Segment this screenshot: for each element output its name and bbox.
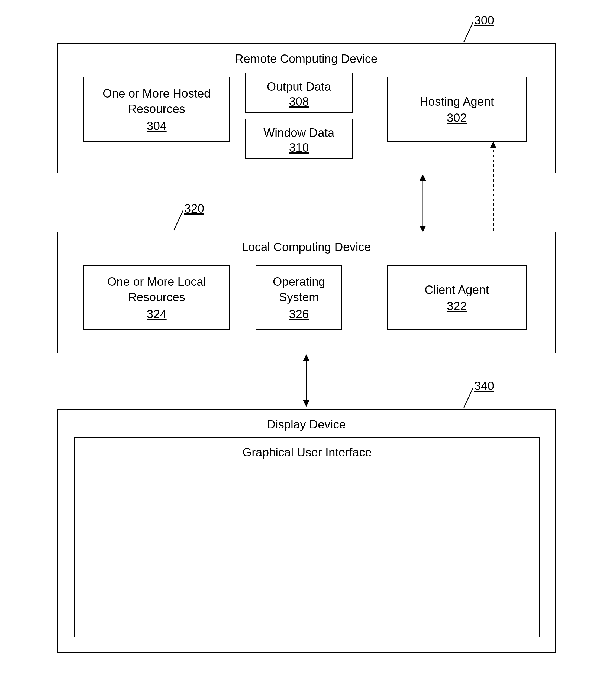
remote-box: Remote Computing Device One or More Host…	[57, 43, 555, 173]
ref-300: 300	[474, 14, 494, 27]
client-ref: 322	[388, 298, 526, 314]
os-box: Operating System 326	[256, 265, 342, 330]
local-resources-box: One or More Local Resources 324	[84, 265, 230, 330]
local-resources-ref: 324	[84, 306, 229, 322]
client-label: Client Agent	[388, 282, 526, 297]
gui-box: Graphical User Interface	[74, 437, 540, 637]
local-box: Local Computing Device One or More Local…	[57, 232, 555, 353]
display-box: Display Device Graphical User Interface	[57, 409, 555, 653]
arrow-remote-local	[417, 173, 428, 233]
local-resources-label: One or More Local Resources	[84, 274, 229, 305]
hosting-label: Hosting Agent	[388, 94, 526, 109]
os-ref: 326	[256, 306, 342, 322]
window-ref: 310	[245, 140, 352, 155]
output-ref: 308	[245, 94, 352, 109]
hosting-ref: 302	[388, 110, 526, 125]
ref-340: 340	[474, 379, 494, 393]
window-data-box: Window Data 310	[245, 119, 353, 159]
client-agent-box: Client Agent 322	[387, 265, 527, 330]
tick-320	[173, 210, 183, 230]
gui-label: Graphical User Interface	[75, 444, 539, 460]
ref-320: 320	[184, 202, 204, 215]
output-data-box: Output Data 308	[245, 73, 353, 113]
hosted-resources-box: One or More Hosted Resources 304	[84, 77, 230, 142]
remote-title: Remote Computing Device	[58, 51, 555, 66]
arrow-local-display	[301, 353, 312, 408]
tick-300	[463, 22, 474, 42]
hosted-ref: 304	[84, 118, 229, 134]
os-label: Operating System	[256, 274, 342, 305]
tick-340	[463, 388, 474, 408]
output-label: Output Data	[245, 79, 352, 94]
window-label: Window Data	[245, 125, 352, 140]
display-title: Display Device	[58, 416, 555, 432]
hosted-label: One or More Hosted Resources	[84, 86, 229, 116]
local-title: Local Computing Device	[58, 239, 555, 255]
hosting-agent-box: Hosting Agent 302	[387, 77, 527, 142]
